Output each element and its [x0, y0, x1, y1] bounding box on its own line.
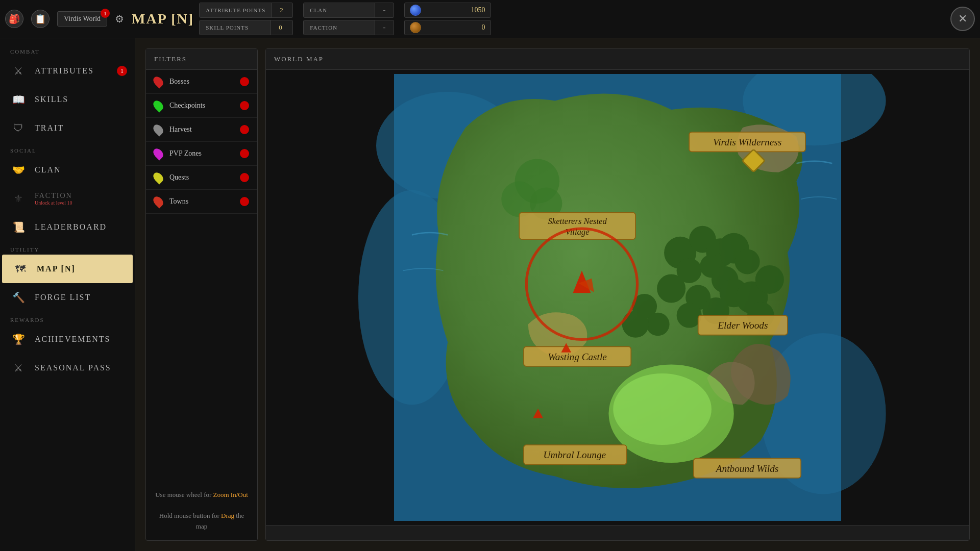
- sidebar-item-clan-label: CLAN: [35, 165, 61, 174]
- map-container[interactable]: Virdis Wilderness Sketterers Nested Vill…: [270, 74, 965, 521]
- bosses-label: Bosses: [169, 78, 234, 86]
- filter-towns[interactable]: Towns: [146, 190, 257, 214]
- sidebar-item-achievements-label: ACHIEVEMENTS: [35, 335, 110, 344]
- svg-text:Umbral Lounge: Umbral Lounge: [544, 449, 606, 460]
- trait-icon: 🛡: [9, 119, 28, 137]
- sidebar-item-faction[interactable]: ⚜ FACTION Unlock at level 10: [0, 184, 135, 213]
- quests-label: Quests: [169, 173, 234, 182]
- filter-quests[interactable]: Quests: [146, 166, 257, 190]
- sidebar-item-clan[interactable]: 🤝 CLAN: [0, 156, 135, 184]
- attribute-points-label: ATTRIBUTE POINTS: [200, 3, 272, 17]
- svg-text:Antbound Wilds: Antbound Wilds: [715, 463, 779, 474]
- svg-point-13: [735, 249, 760, 274]
- attribute-skill-group: ATTRIBUTE POINTS 2 SKILL POINTS 0: [199, 3, 293, 35]
- section-combat-label: COMBAT: [0, 43, 135, 57]
- svg-point-24: [646, 313, 670, 336]
- sidebar: COMBAT ⚔ ATTRIBUTES 1 📖 SKILLS 🛡 TRAIT S…: [0, 38, 135, 551]
- towns-label: Towns: [169, 197, 234, 206]
- skills-icon: 📖: [9, 90, 28, 109]
- attribute-points-row: ATTRIBUTE POINTS 2: [199, 3, 293, 18]
- pvp-pin-icon: [152, 147, 165, 161]
- filter-harvest[interactable]: Harvest: [146, 118, 257, 142]
- leaderboard-icon: 📜: [9, 218, 28, 236]
- bosses-toggle[interactable]: [240, 77, 249, 86]
- harvest-label: Harvest: [169, 126, 234, 134]
- close-button[interactable]: ✕: [950, 7, 975, 31]
- sidebar-item-seasonal-pass-label: SEASONAL PASS: [35, 363, 111, 372]
- section-rewards-label: REWARDS: [0, 312, 135, 325]
- currency2-row: 0: [404, 20, 491, 35]
- top-bar: 🎒 📋 Virdis World 1 ⚙ MAP [N] ATTRIBUTE P…: [0, 0, 980, 38]
- faction-value: -: [375, 23, 393, 32]
- sidebar-item-leaderboard[interactable]: 📜 LEADERBOARD: [0, 213, 135, 241]
- pvp-toggle[interactable]: [240, 149, 249, 158]
- quests-toggle[interactable]: [240, 173, 249, 182]
- attribute-points-value: 2: [272, 6, 292, 14]
- svg-text:Elder Woods: Elder Woods: [717, 320, 768, 331]
- hint-zoom-link: Zoom In/Out: [213, 491, 248, 498]
- top-bar-left: 🎒 📋 Virdis World 1 ⚙ MAP [N]: [5, 10, 194, 28]
- clan-value: -: [375, 6, 393, 15]
- hint-zoom: Use mouse wheel for Zoom In/Out: [154, 490, 249, 500]
- sidebar-item-forge-list[interactable]: 🔨 FORGE LIST: [0, 283, 135, 312]
- skill-points-row: SKILL POINTS 0: [199, 20, 293, 35]
- filter-checkpoints[interactable]: Checkpoints: [146, 94, 257, 118]
- faction-row: FACTION -: [303, 20, 394, 35]
- gold-currency-icon: [410, 22, 421, 33]
- pvp-label: PVP Zones: [169, 149, 234, 158]
- faction-icon: ⚜: [9, 189, 28, 208]
- map-panel: WORLD MAP: [265, 48, 970, 541]
- checkpoints-pin-icon: [152, 99, 165, 113]
- sidebar-item-skills-label: SKILLS: [35, 95, 68, 104]
- world-tab-label: Virdis World: [64, 15, 101, 23]
- seasonal-pass-icon: ⚔: [9, 359, 28, 377]
- sidebar-item-achievements[interactable]: 🏆 ACHIEVEMENTS: [0, 325, 135, 354]
- skill-points-label: SKILL POINTS: [200, 20, 271, 35]
- skill-points-value: 0: [271, 23, 291, 32]
- currency2-value: 0: [482, 23, 485, 32]
- sidebar-item-seasonal-pass[interactable]: ⚔ SEASONAL PASS: [0, 354, 135, 382]
- clan-icon: 🤝: [9, 161, 28, 179]
- sidebar-item-trait-label: TRAIT: [35, 123, 64, 133]
- map-icon: 🗺: [11, 260, 30, 278]
- svg-text:Wasting Castle: Wasting Castle: [548, 352, 607, 362]
- filter-pvp-zones[interactable]: PVP Zones: [146, 142, 257, 166]
- checkpoints-label: Checkpoints: [169, 102, 234, 110]
- premium-currency-icon: [410, 5, 421, 16]
- hint-drag-link: Drag: [221, 512, 234, 519]
- towns-pin-icon: [152, 195, 165, 209]
- sidebar-item-skills[interactable]: 📖 SKILLS: [0, 85, 135, 114]
- inventory-icon[interactable]: 🎒: [5, 10, 23, 28]
- harvest-pin-icon: [152, 123, 165, 137]
- filters-panel: FILTERS Bosses Checkpoints Harvest PVP Z…: [145, 48, 258, 541]
- main-layout: COMBAT ⚔ ATTRIBUTES 1 📖 SKILLS 🛡 TRAIT S…: [0, 38, 980, 551]
- attributes-badge: 1: [117, 66, 127, 76]
- sidebar-item-map[interactable]: 🗺 MAP [N]: [2, 255, 133, 283]
- harvest-toggle[interactable]: [240, 125, 249, 134]
- content-area: FILTERS Bosses Checkpoints Harvest PVP Z…: [135, 38, 980, 551]
- clan-faction-group: CLAN - FACTION -: [303, 3, 394, 35]
- towns-toggle[interactable]: [240, 197, 249, 206]
- quests-pin-icon: [152, 171, 165, 185]
- svg-point-21: [755, 265, 784, 294]
- svg-text:Sketterers Nested: Sketterers Nested: [548, 216, 607, 226]
- svg-point-15: [657, 274, 685, 303]
- currency-group: 1050 0: [404, 3, 491, 35]
- sidebar-item-attributes[interactable]: ⚔ ATTRIBUTES 1: [0, 57, 135, 85]
- filter-bosses[interactable]: Bosses: [146, 70, 257, 94]
- map-bottom-bar: [266, 525, 969, 540]
- world-tab[interactable]: Virdis World 1: [57, 11, 107, 27]
- sidebar-item-forge-list-label: FORGE LIST: [35, 293, 91, 302]
- sidebar-item-faction-label: FACTION: [35, 192, 72, 200]
- faction-unlock-text: Unlock at level 10: [35, 200, 72, 206]
- checkpoints-toggle[interactable]: [240, 101, 249, 110]
- settings-button[interactable]: ⚙: [115, 13, 124, 25]
- bosses-pin-icon: [152, 75, 165, 89]
- sidebar-item-attributes-label: ATTRIBUTES: [35, 66, 94, 76]
- map-header: WORLD MAP: [266, 49, 969, 70]
- map-hints: Use mouse wheel for Zoom In/Out Hold mou…: [146, 482, 257, 540]
- world-map-svg[interactable]: Virdis Wilderness Sketterers Nested Vill…: [270, 74, 965, 521]
- section-social-label: SOCIAL: [0, 142, 135, 156]
- sidebar-item-trait[interactable]: 🛡 TRAIT: [0, 114, 135, 142]
- quest-journal-icon[interactable]: 📋: [31, 10, 50, 28]
